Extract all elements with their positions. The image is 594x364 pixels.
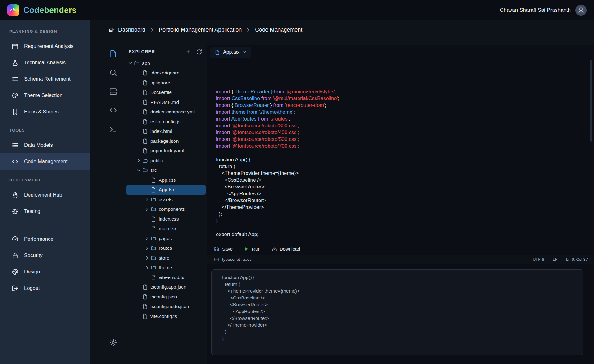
tree-item-assets[interactable]: assets: [126, 195, 206, 205]
sidebar-item-schema-refinement[interactable]: Schema Refinement: [0, 71, 90, 87]
user-name: Chavan Sharaff Sai Prashanth: [500, 7, 571, 13]
avatar[interactable]: [575, 5, 587, 16]
sidebar-item-technical-analysis[interactable]: Technical Analysis: [0, 54, 90, 71]
activity-layout-icon[interactable]: [109, 87, 117, 95]
download-button[interactable]: Download: [272, 246, 300, 252]
close-icon[interactable]: [243, 50, 247, 54]
activity-code-icon[interactable]: [109, 106, 117, 114]
tree-item-components[interactable]: components: [126, 205, 206, 214]
sidebar-item-code-management[interactable]: Code Management: [0, 153, 90, 170]
tree-item-pages[interactable]: pages: [126, 234, 206, 243]
tree-item-dockerfile[interactable]: Dockerfile: [126, 88, 206, 98]
activity-search-icon[interactable]: [109, 69, 117, 77]
indent-spacer: [136, 294, 142, 300]
code-editor[interactable]: import { ThemeProvider } from '@mui/mate…: [207, 58, 594, 243]
folder-icon: [151, 265, 156, 270]
language-icon: [214, 257, 219, 262]
tree-item-name: src: [150, 167, 157, 173]
tree-item-readme-md[interactable]: README.md: [126, 97, 206, 107]
logo-glyph: </>: [10, 8, 17, 13]
breadcrumb-item-portfolio-management-application[interactable]: Portfolio Management Application: [159, 27, 242, 33]
run-button[interactable]: Run: [244, 246, 260, 252]
tree-item-name: store: [159, 255, 169, 261]
sidebar-item-label: Code Management: [24, 159, 67, 164]
tree-item-vite-env-d-ts[interactable]: vite-env.d.ts: [126, 273, 206, 282]
breadcrumb: DashboardPortfolio Management Applicatio…: [90, 20, 594, 33]
code-line: [216, 224, 588, 231]
tree-item-app[interactable]: app: [126, 58, 206, 68]
tree-item-name: pnpm-lock.yaml: [150, 148, 184, 154]
sidebar-item-testing[interactable]: Testing: [0, 203, 90, 219]
sidebar-item-theme-selection[interactable]: Theme Selection: [0, 87, 90, 104]
eol-label: LF: [553, 257, 557, 262]
file-icon: [142, 314, 148, 319]
tree-item-index-css[interactable]: index.css: [126, 214, 206, 224]
file-icon: [142, 294, 148, 300]
sidebar-item-security[interactable]: Security: [0, 247, 90, 264]
file-icon: [142, 99, 148, 105]
activity-terminal-icon[interactable]: [109, 125, 117, 133]
tree-item-eslint-config-js[interactable]: eslint.config.js: [126, 117, 206, 127]
breadcrumb-item-code-management[interactable]: Code Management: [255, 27, 302, 33]
code-line: import '@fontsource/roboto/400.css';: [216, 129, 588, 136]
preview-line: <ThemeProvider theme={theme}>: [222, 288, 577, 294]
sidebar-item-epics-stories[interactable]: Epics & Stories: [0, 104, 90, 120]
tree-item-index-html[interactable]: index.html: [126, 127, 206, 137]
folder-icon: [151, 236, 156, 241]
tree-item-routes[interactable]: routes: [126, 243, 206, 253]
tree-item-theme[interactable]: theme: [126, 263, 206, 273]
settings-gear-icon[interactable]: [109, 339, 117, 347]
sidebar-item-logout[interactable]: Logout: [0, 280, 90, 296]
bug-icon: [12, 208, 19, 215]
tree-item-app-tsx[interactable]: App.tsx: [126, 185, 206, 195]
save-button[interactable]: Save: [214, 246, 233, 252]
palette-icon: [12, 269, 19, 275]
sidebar-item-requirement-analysis[interactable]: Requirement Analysis: [0, 38, 90, 54]
list-icon: [12, 142, 19, 149]
file-icon: [215, 50, 220, 55]
sidebar-section-label: DEPLOYMENT: [0, 170, 90, 187]
tree-item-pnpm-lock-yaml[interactable]: pnpm-lock.yaml: [126, 146, 206, 156]
sidebar-section-label: TOOLS: [0, 120, 90, 137]
tree-item-vite-config-ts[interactable]: vite.config.ts: [126, 311, 206, 321]
flask-icon: [12, 59, 19, 66]
breadcrumb-item-dashboard[interactable]: Dashboard: [118, 27, 145, 33]
sidebar-item-design[interactable]: Design: [0, 264, 90, 280]
new-file-icon[interactable]: [185, 49, 191, 55]
sidebar-item-performance[interactable]: Performance: [0, 231, 90, 247]
tree-item-src[interactable]: src: [126, 166, 206, 176]
tree-item-public[interactable]: public: [126, 156, 206, 166]
file-icon: [142, 70, 148, 76]
tree-item-docker-compose-yml[interactable]: docker-compose.yml: [126, 107, 206, 117]
file-icon: [142, 90, 148, 95]
sidebar-item-deployment-hub[interactable]: Deployment Hub: [0, 187, 90, 203]
tree-item-dockerignore[interactable]: .dockerignore: [126, 68, 206, 78]
tree-item-name: Dockerfile: [150, 90, 172, 95]
preview-line: </BrowserRouter>: [222, 315, 577, 322]
tab-app-tsx[interactable]: App.tsx: [210, 47, 251, 58]
user-icon: [577, 6, 585, 14]
editor-scrollbar[interactable]: [590, 60, 592, 142]
chevron-down-icon: [127, 60, 133, 66]
indent-spacer: [144, 226, 150, 232]
code-preview: function App() { return ( <ThemeProvider…: [211, 269, 583, 355]
tree-item-main-tsx[interactable]: main.tsx: [126, 224, 206, 234]
tree-item-app-css[interactable]: App.css: [126, 175, 206, 185]
indent-spacer: [144, 216, 150, 222]
tree-item-package-json[interactable]: package.json: [126, 136, 206, 146]
run-label: Run: [252, 246, 260, 252]
cursor-position: Ln 9, Col 37: [566, 257, 588, 262]
sidebar-item-data-models[interactable]: Data Models: [0, 137, 90, 153]
code-line: import '@fontsource/roboto/500.css';: [216, 136, 588, 142]
tree-item-store[interactable]: store: [126, 253, 206, 263]
sidebar-item-label: Testing: [24, 208, 40, 214]
tree-item-tsconfig-json[interactable]: tsconfig.json: [126, 292, 206, 302]
refresh-icon[interactable]: [196, 49, 202, 55]
activity-file-icon[interactable]: [109, 50, 117, 58]
tree-item-tsconfig-app-json[interactable]: tsconfig.app.json: [126, 282, 206, 292]
save-label: Save: [222, 246, 233, 252]
tree-item-tsconfig-node-json[interactable]: tsconfig.node.json: [126, 302, 206, 312]
brand-logo[interactable]: </> Codebenders: [7, 4, 77, 16]
tree-item-gitignore[interactable]: .gitignore: [126, 78, 206, 88]
home-icon[interactable]: [108, 27, 114, 33]
